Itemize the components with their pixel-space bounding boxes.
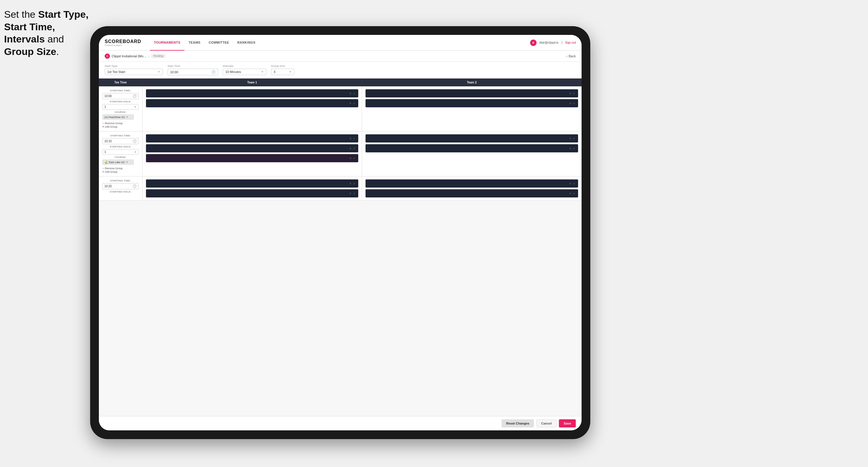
start-time-group: Start Time 🕐: [167, 65, 218, 75]
check-player-5-1: ✓: [353, 182, 355, 185]
remove-player-3-3[interactable]: ×: [349, 157, 351, 160]
cancel-button[interactable]: Cancel: [536, 419, 557, 428]
course-actions-2: ○ Remove Group + Add Group: [102, 167, 139, 173]
team1-cell-1: × ✓ × ✓: [143, 86, 362, 131]
remove-player-1-2[interactable]: ×: [349, 102, 351, 105]
remove-group-icon-1: ○: [102, 122, 104, 125]
col-team2: Team 2: [362, 79, 582, 86]
logo-text: SCOREBOARD: [105, 39, 141, 44]
pipe-separator: |: [561, 41, 562, 44]
instruction-panel: Set the Start Type, Start Time, Interval…: [4, 8, 88, 58]
remove-player-6-2[interactable]: ×: [569, 192, 571, 195]
team1-cell-3: × ✓ × ✓: [143, 177, 362, 200]
tournament-name[interactable]: Clippd Invitational (Mo…: [112, 54, 147, 58]
group-row-2: STARTING TIME: 🕐 STARTING HOLE: 1 ▼ COUR…: [99, 131, 582, 177]
starting-time-field-1[interactable]: 🕐: [102, 93, 139, 99]
check-player-2-1: ✓: [573, 92, 575, 95]
reset-button[interactable]: Reset Changes: [502, 419, 534, 428]
starting-time-input-1[interactable]: [104, 94, 131, 98]
starting-time-input-3[interactable]: [104, 185, 131, 188]
instruction-line-4: Group Size.: [4, 45, 88, 58]
group-size-select[interactable]: 3 ▼: [271, 69, 294, 75]
starting-time-input-2[interactable]: [104, 139, 131, 143]
nav-links: TOURNAMENTS TEAMS COMMITTEE RANKINGS: [150, 35, 530, 51]
starting-time-label-2: STARTING TIME:: [102, 134, 139, 137]
nav-right: B blair@clippd.io | Sign out: [530, 39, 576, 46]
check-player-6-1: ✓: [573, 182, 575, 185]
remove-player-1-1[interactable]: ×: [349, 92, 351, 95]
check-player-2-2: ✓: [573, 102, 575, 105]
start-type-arrow: ▼: [158, 70, 160, 73]
starting-hole-select-2[interactable]: 1 ▼: [102, 149, 139, 155]
remove-player-2-2[interactable]: ×: [569, 102, 571, 105]
start-time-input-wrap[interactable]: 🕐: [167, 69, 218, 75]
remove-player-3-2[interactable]: ×: [349, 147, 351, 150]
group-row: STARTING TIME: 🕐 STARTING HOLE: 1 ▼ COUR…: [99, 86, 582, 131]
remove-group-btn-1[interactable]: ○ Remove Group: [102, 122, 139, 125]
check-player-6-2: ✓: [573, 192, 575, 195]
nav-tournaments[interactable]: TOURNAMENTS: [150, 35, 185, 51]
starting-hole-label-3: STARTING HOLE:: [102, 190, 139, 193]
remove-player-5-1[interactable]: ×: [349, 182, 351, 185]
starting-hole-val-1: 1: [104, 105, 106, 108]
instruction-line-1: Set the Start Type,: [4, 8, 88, 21]
nav-teams[interactable]: TEAMS: [184, 35, 205, 51]
course-expand-1[interactable]: ⋯: [129, 116, 132, 119]
logo-sub: Powered by clipp.io: [105, 44, 141, 46]
group-size-arrow: ▼: [289, 70, 292, 73]
remove-course-1[interactable]: ×: [126, 116, 128, 119]
check-player-4-1: ✓: [573, 137, 575, 140]
add-group-btn-1[interactable]: + Add Group: [102, 125, 139, 128]
check-player-3-1: ✓: [353, 137, 355, 140]
course-name-1: (A) Peachtree GC: [104, 116, 125, 119]
main-content: Tee Time Team 1 Team 2 STARTING TIME: 🕐 …: [99, 79, 582, 416]
back-button[interactable]: ‹ Back: [566, 54, 576, 58]
remove-player-4-2[interactable]: ×: [569, 147, 571, 150]
group-size-group: Group Size 3 ▼: [271, 65, 294, 75]
course-expand-2[interactable]: ⋯: [129, 161, 132, 164]
player-row-5-2: × ✓: [146, 189, 358, 197]
remove-player-5-2[interactable]: ×: [349, 192, 351, 195]
remove-player-4-1[interactable]: ×: [569, 137, 571, 140]
clock-icon-1: 🕐: [133, 94, 137, 98]
player-row-5-1: × ✓: [146, 179, 358, 188]
hosting-tag: Hosting: [151, 54, 166, 58]
player-row-4-2: × ✓: [366, 144, 578, 152]
team1-cell-2: × ✓ × ✓ × ✓: [143, 131, 362, 176]
nav-rankings[interactable]: RANKINGS: [233, 35, 260, 51]
intervals-group: Intervals 10 Minutes ▼: [223, 65, 266, 75]
sign-out-link[interactable]: Sign out: [565, 41, 576, 44]
remove-player-2-1[interactable]: ×: [569, 92, 571, 95]
navbar: SCOREBOARD Powered by clipp.io TOURNAMEN…: [99, 35, 582, 51]
course-label-2: COURSE:: [102, 156, 139, 158]
start-time-label: Start Time: [167, 65, 218, 67]
add-group-btn-2[interactable]: + Add Group: [102, 170, 139, 173]
starting-hole-select-1[interactable]: 1 ▼: [102, 104, 139, 110]
check-player-3-2: ✓: [353, 147, 355, 150]
clock-icon: 🕐: [211, 70, 215, 74]
player-row-1-2: × ✓: [146, 99, 358, 107]
remove-group-btn-2[interactable]: ○ Remove Group: [102, 167, 139, 170]
start-time-input[interactable]: [170, 70, 210, 74]
tablet-frame: SCOREBOARD Powered by clipp.io TOURNAMEN…: [90, 26, 590, 439]
starting-time-field-2[interactable]: 🕐: [102, 138, 139, 144]
avatar: B: [530, 39, 536, 46]
remove-player-6-1[interactable]: ×: [569, 182, 571, 185]
remove-course-2[interactable]: ×: [126, 160, 128, 164]
save-button[interactable]: Save: [559, 419, 576, 428]
check-player-5-2: ✓: [353, 192, 355, 195]
tee-time-cell-3: STARTING TIME: 🕐 STARTING HOLE:: [99, 177, 143, 200]
remove-player-3-1[interactable]: ×: [349, 137, 351, 140]
start-type-select[interactable]: 1st Tee Start ▼: [105, 69, 163, 75]
col-team1: Team 1: [143, 79, 362, 86]
start-type-value: 1st Tee Start: [107, 70, 125, 73]
course-tag-1: (A) Peachtree GC × ⋯: [102, 115, 134, 120]
player-row-3-1: × ✓: [146, 134, 358, 143]
check-player-1-1: ✓: [353, 92, 355, 95]
intervals-select[interactable]: 10 Minutes ▼: [223, 69, 266, 75]
nav-committee[interactable]: COMMITTEE: [205, 35, 233, 51]
starting-time-label-3: STARTING TIME:: [102, 179, 139, 182]
back-chevron: ‹: [566, 54, 568, 58]
starting-time-field-3[interactable]: 🕐: [102, 183, 139, 189]
tee-time-cell-1: STARTING TIME: 🕐 STARTING HOLE: 1 ▼ COUR…: [99, 86, 143, 131]
